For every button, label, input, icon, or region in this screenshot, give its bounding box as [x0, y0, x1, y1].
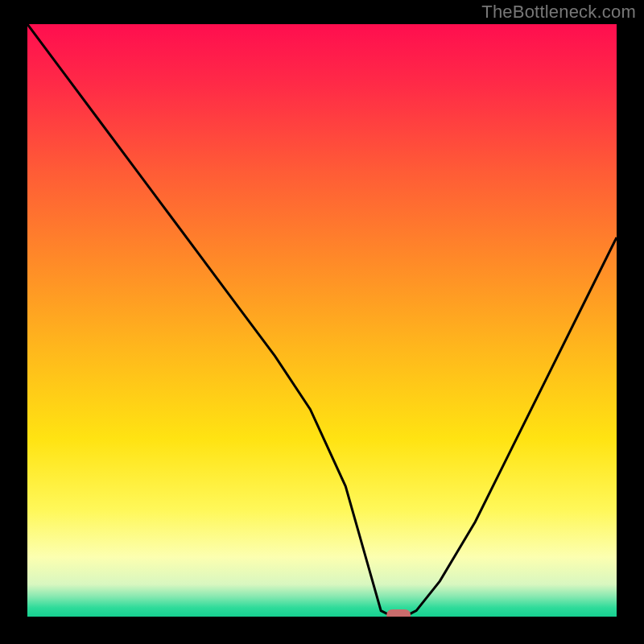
optimal-marker	[386, 609, 411, 617]
watermark-text: TheBottleneck.com	[481, 2, 636, 23]
chart-stage: TheBottleneck.com	[0, 0, 644, 644]
plot-area	[27, 24, 617, 617]
chart-svg	[27, 24, 617, 617]
bottleneck-curve	[27, 24, 617, 617]
